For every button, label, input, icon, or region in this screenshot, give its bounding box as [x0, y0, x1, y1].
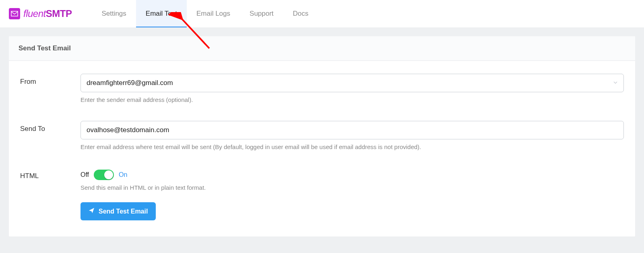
field-html: HTML Off On Send this email in HTML or i… — [20, 168, 624, 191]
button-label: Send Test Email — [99, 208, 148, 215]
send-test-email-button[interactable]: Send Test Email — [80, 202, 156, 220]
mail-icon — [9, 8, 20, 19]
from-select-value: dreamfighterr69@gmail.com — [87, 79, 173, 87]
tab-docs[interactable]: Docs — [283, 0, 318, 27]
tab-email-logs[interactable]: Email Logs — [187, 0, 240, 27]
from-help: Enter the sender email address (optional… — [80, 96, 624, 103]
paper-plane-icon — [89, 207, 95, 215]
chevron-down-icon — [613, 79, 618, 87]
sendto-label: Send To — [20, 121, 80, 133]
toggle-on-label: On — [119, 171, 127, 178]
nav-tabs: Settings Email Test Email Logs Support D… — [92, 0, 318, 27]
field-from: From dreamfighterr69@gmail.com Enter the… — [20, 74, 624, 103]
html-help: Send this email in HTML or in plain text… — [80, 184, 624, 191]
toggle-off-label: Off — [80, 171, 89, 178]
top-bar: fluentSMTP Settings Email Test Email Log… — [0, 0, 644, 27]
sendto-input[interactable] — [80, 121, 624, 139]
html-label: HTML — [20, 168, 80, 180]
logo: fluentSMTP — [9, 8, 72, 19]
html-toggle[interactable] — [94, 170, 114, 180]
sendto-help: Enter email address where test email wil… — [80, 143, 624, 150]
card: Send Test Email From dreamfighterr69@gma… — [9, 36, 635, 236]
stage: Send Test Email From dreamfighterr69@gma… — [0, 27, 644, 253]
tab-email-test[interactable]: Email Test — [136, 0, 187, 27]
tab-settings[interactable]: Settings — [92, 0, 136, 27]
from-label: From — [20, 74, 80, 86]
field-sendto: Send To Enter email address where test e… — [20, 121, 624, 150]
tab-support[interactable]: Support — [240, 0, 283, 27]
logo-text: fluentSMTP — [23, 8, 72, 19]
from-select[interactable]: dreamfighterr69@gmail.com — [80, 74, 624, 92]
card-title: Send Test Email — [9, 36, 635, 61]
